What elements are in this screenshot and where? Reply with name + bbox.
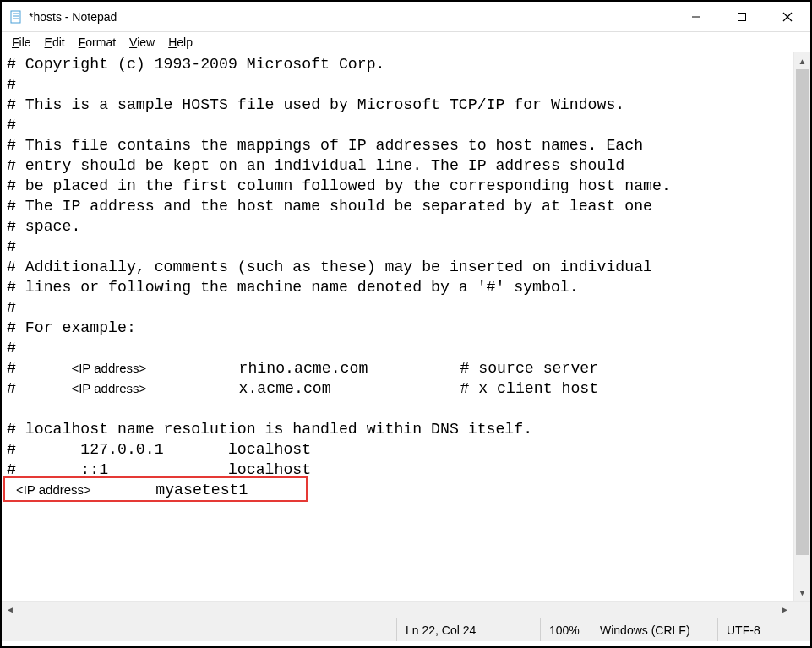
- editor-line: #: [7, 338, 788, 358]
- editor-line: # Additionally, comments (such as these)…: [7, 257, 788, 277]
- menu-help[interactable]: Help: [161, 34, 199, 51]
- scrollbar-corner: [793, 602, 810, 618]
- ip-address-placeholder: <IP address>: [71, 381, 146, 395]
- status-position: Ln 22, Col 24: [396, 618, 540, 641]
- svg-rect-0: [11, 11, 20, 23]
- menubar: File Edit Format View Help: [2, 32, 810, 52]
- editor-line: # space.: [7, 216, 788, 237]
- vertical-scrollbar[interactable]: ▲ ▼: [793, 52, 810, 601]
- menu-file[interactable]: File: [5, 34, 38, 51]
- scroll-left-arrow-icon[interactable]: ◄: [2, 602, 19, 618]
- menu-view[interactable]: View: [123, 34, 161, 51]
- menu-format[interactable]: Format: [72, 34, 123, 51]
- ip-address-placeholder: <IP address>: [16, 482, 91, 497]
- editor-line: #: [7, 237, 788, 257]
- editor-line: #: [7, 297, 788, 318]
- horizontal-scrollbar[interactable]: ◄ ►: [2, 601, 810, 618]
- status-encoding: UTF-8: [717, 618, 810, 641]
- menu-edit[interactable]: Edit: [38, 34, 72, 51]
- notepad-icon: [8, 9, 24, 25]
- editor-line: # localhost name resolution is handled w…: [7, 419, 788, 439]
- ip-address-placeholder: <IP address>: [71, 361, 146, 375]
- editor-line: #: [7, 74, 788, 95]
- editor-area: # Copyright (c) 1993-2009 Microsoft Corp…: [2, 52, 810, 601]
- text-caret: [248, 482, 248, 498]
- editor-line: # For example:: [7, 318, 788, 338]
- titlebar[interactable]: *hosts - Notepad: [2, 2, 810, 32]
- status-line-ending: Windows (CRLF): [591, 618, 717, 641]
- editor-line: # entry should be kept on an individual …: [7, 155, 788, 176]
- status-zoom: 100%: [540, 618, 591, 641]
- scroll-right-arrow-icon[interactable]: ►: [777, 602, 793, 618]
- editor-line: # <IP address> x.acme.com # x client hos…: [7, 378, 788, 399]
- editor-line: # This is a sample HOSTS file used by Mi…: [7, 95, 788, 115]
- maximize-button[interactable]: [719, 2, 765, 31]
- editor-line: # <IP address> rhino.acme.com # source s…: [7, 358, 788, 378]
- status-empty: [2, 618, 396, 641]
- scroll-down-arrow-icon[interactable]: ▼: [794, 584, 810, 601]
- editor-line: # be placed in the first column followed…: [7, 176, 788, 196]
- editor-line: # 127.0.0.1 localhost: [7, 439, 788, 460]
- editor-line: # Copyright (c) 1993-2009 Microsoft Corp…: [7, 54, 788, 74]
- editor-line: #: [7, 115, 788, 135]
- window-title: *hosts - Notepad: [29, 10, 117, 24]
- scroll-up-arrow-icon[interactable]: ▲: [794, 52, 810, 69]
- editor-line: [7, 399, 788, 419]
- minimize-button[interactable]: [673, 2, 719, 31]
- statusbar: Ln 22, Col 24 100% Windows (CRLF) UTF-8: [2, 618, 810, 641]
- editor-line: # This file contains the mappings of IP …: [7, 135, 788, 155]
- editor-line: # ::1 localhost: [7, 460, 788, 480]
- editor-line: # The IP address and the host name shoul…: [7, 196, 788, 216]
- window-controls: [673, 2, 810, 31]
- vertical-scroll-thumb[interactable]: [796, 69, 809, 555]
- close-button[interactable]: [765, 2, 810, 31]
- svg-rect-5: [738, 13, 746, 20]
- editor-line: # lines or following the machine name de…: [7, 277, 788, 297]
- text-editor[interactable]: # Copyright (c) 1993-2009 Microsoft Corp…: [2, 52, 793, 601]
- editor-line: <IP address> myasetest1: [7, 480, 788, 500]
